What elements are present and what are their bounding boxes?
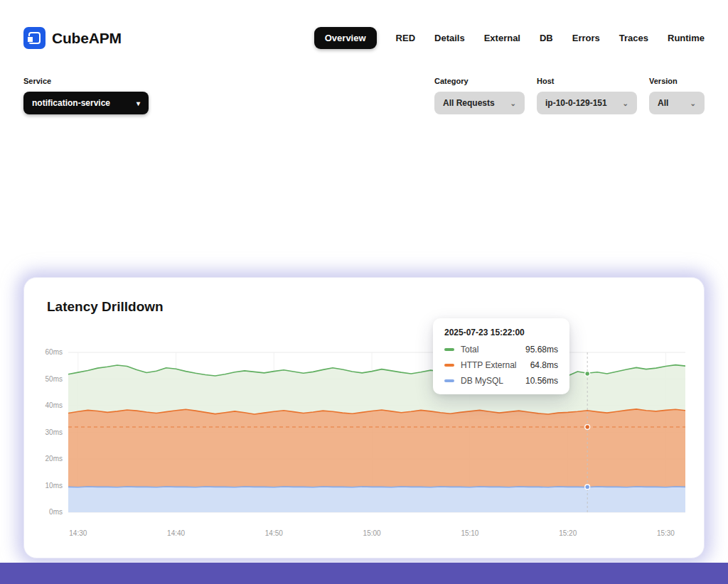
chevron-down-icon: ▾ [136, 99, 140, 107]
svg-text:40ms: 40ms [46, 401, 63, 409]
db-mysql-series-marker [444, 379, 454, 382]
chevron-down-icon: ⌄ [690, 99, 696, 107]
total-series-marker [444, 348, 454, 351]
host-label: Host [537, 77, 637, 85]
brand-name: CubeAPM [52, 30, 122, 47]
svg-text:15:20: 15:20 [559, 529, 577, 537]
brand: CubeAPM [23, 27, 122, 49]
category-dropdown-value: All Requests [443, 98, 495, 108]
cube-icon-face [27, 36, 33, 43]
cubeapm-logo-icon [23, 27, 46, 49]
tooltip-value: 10.56ms [525, 376, 558, 386]
chevron-down-icon: ⌄ [623, 99, 628, 107]
filters-bar: Service notification-service ▾ Category … [23, 77, 705, 114]
service-dropdown-value: notification-service [32, 98, 110, 108]
tooltip-row-http-external: HTTP External 64.8ms [444, 360, 558, 370]
app-header: CubeAPM Overview RED Details External DB… [23, 27, 705, 49]
service-filter: Service notification-service ▾ [23, 77, 149, 114]
svg-text:14:30: 14:30 [69, 529, 87, 537]
version-dropdown-value: All [658, 98, 668, 108]
category-label: Category [434, 77, 525, 85]
service-dropdown[interactable]: notification-service ▾ [23, 92, 149, 114]
tab-errors[interactable]: Errors [572, 33, 600, 43]
latency-chart[interactable]: 0ms10ms20ms30ms40ms50ms60ms14:3014:4014:… [30, 333, 698, 546]
http-external-series-marker [444, 364, 454, 367]
svg-text:0ms: 0ms [49, 508, 63, 516]
card-title: Latency Drilldown [47, 299, 684, 315]
tooltip-value: 64.8ms [530, 360, 558, 370]
version-filter: Version All ⌄ [649, 77, 705, 114]
tooltip-value: 95.68ms [525, 345, 558, 355]
tooltip-label: Total [461, 345, 525, 355]
chevron-down-icon: ⌄ [510, 99, 516, 107]
tab-traces[interactable]: Traces [619, 33, 648, 43]
svg-text:50ms: 50ms [46, 375, 63, 383]
svg-text:60ms: 60ms [46, 348, 63, 356]
footer-bar [0, 563, 728, 584]
category-filter: Category All Requests ⌄ [434, 77, 525, 114]
tab-runtime[interactable]: Runtime [668, 33, 705, 43]
tooltip-row-db-mysql: DB MySQL 10.56ms [444, 376, 558, 386]
latency-card: Latency Drilldown 0ms10ms20ms30ms40ms50m… [23, 277, 705, 558]
tooltip-row-total: Total 95.68ms [444, 345, 558, 355]
filters-right: Category All Requests ⌄ Host ip-10-0-129… [434, 77, 705, 114]
host-dropdown[interactable]: ip-10-0-129-151 ⌄ [537, 92, 637, 114]
chart-tooltip: 2025-07-23 15:22:00 Total 95.68ms HTTP E… [433, 318, 569, 394]
svg-text:20ms: 20ms [46, 455, 63, 463]
svg-text:10ms: 10ms [46, 482, 63, 490]
primary-nav: Overview RED Details External DB Errors … [314, 27, 705, 49]
version-dropdown[interactable]: All ⌄ [649, 92, 705, 114]
service-label: Service [23, 77, 149, 85]
svg-text:14:50: 14:50 [265, 529, 283, 537]
host-filter: Host ip-10-0-129-151 ⌄ [537, 77, 637, 114]
svg-text:14:40: 14:40 [167, 529, 185, 537]
tab-details[interactable]: Details [434, 33, 465, 43]
category-dropdown[interactable]: All Requests ⌄ [434, 92, 525, 114]
tab-external[interactable]: External [484, 33, 520, 43]
svg-text:15:00: 15:00 [363, 529, 381, 537]
version-label: Version [649, 77, 705, 85]
svg-text:15:10: 15:10 [461, 529, 478, 537]
svg-text:15:30: 15:30 [657, 529, 675, 537]
tooltip-label: HTTP External [461, 360, 530, 370]
tooltip-timestamp: 2025-07-23 15:22:00 [444, 328, 558, 337]
tooltip-label: DB MySQL [461, 376, 525, 386]
tab-red[interactable]: RED [396, 33, 415, 43]
host-dropdown-value: ip-10-0-129-151 [545, 98, 607, 108]
tab-overview[interactable]: Overview [314, 27, 377, 49]
tab-db[interactable]: DB [540, 33, 553, 43]
svg-text:30ms: 30ms [46, 428, 63, 436]
